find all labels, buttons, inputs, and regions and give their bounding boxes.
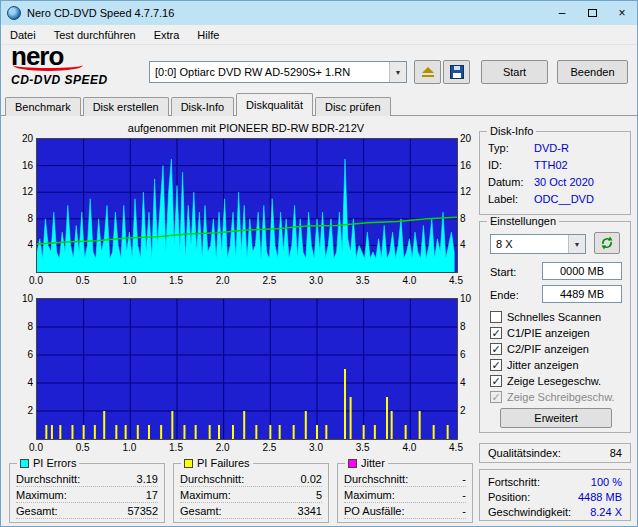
quit-button[interactable]: Beenden: [557, 60, 628, 84]
stats-title: Jitter: [361, 457, 385, 469]
eject-button[interactable]: [414, 60, 441, 84]
progress-panel: Fortschritt:100 % Position:4488 MB Gesch…: [479, 469, 631, 521]
tab-disk-erstellen[interactable]: Disk erstellen: [83, 97, 169, 116]
axis-tick-label: 10: [460, 293, 486, 304]
titlebar[interactable]: Nero CD-DVD Speed 4.7.7.16 – ×: [1, 1, 637, 25]
checkbox-jitter[interactable]: ✓ Jitter anzeigen: [490, 358, 579, 372]
nero-logo-text: nero: [11, 46, 141, 66]
stats-title: PI Failures: [197, 457, 250, 469]
close-icon: ×: [618, 6, 625, 20]
stat-label: Maximum:: [16, 489, 67, 501]
menu-item-extra[interactable]: Extra: [145, 25, 189, 44]
tab-disk-info[interactable]: Disk-Info: [171, 97, 234, 116]
axis-tick-label: 2.5: [262, 275, 276, 286]
stat-value: 3.19: [137, 473, 158, 485]
start-position-label: Start:: [490, 266, 516, 278]
menu-item-hilfe[interactable]: Hilfe: [188, 25, 228, 44]
axis-tick-label: 4.0: [402, 275, 416, 286]
checkbox-label: Zeige Lesegeschw.: [507, 375, 601, 387]
start-button[interactable]: Start: [481, 60, 548, 84]
checkbox-fast-scan[interactable]: Schnelles Scannen: [490, 310, 601, 324]
tab-diskqualitaet[interactable]: Diskqualität: [236, 93, 313, 116]
end-position-field[interactable]: 4489 MB: [542, 285, 622, 303]
disk-info-panel: Disk-Info Typ:DVD-R ID:TTH02 Datum:30 Oc…: [479, 131, 631, 215]
eject-icon: [421, 66, 435, 78]
checkbox-label: Jitter anzeigen: [507, 359, 579, 371]
axis-tick-label: 3.5: [356, 275, 370, 286]
axis-tick-label: 16: [460, 160, 486, 171]
checkbox-box: ✓: [490, 375, 502, 387]
axis-tick-label: 3.5: [356, 442, 370, 453]
jitter-swatch: [348, 459, 357, 468]
checkbox-box: ✓: [490, 327, 502, 339]
save-icon: [450, 65, 464, 79]
drive-select-value: [0:0] Optiarc DVD RW AD-5290S+ 1.RN: [150, 66, 389, 78]
axis-tick-label: 10: [7, 293, 33, 304]
disk-info-panel-title: Disk-Info: [487, 125, 536, 137]
refresh-button[interactable]: [594, 232, 620, 254]
stat-value: -: [462, 505, 466, 517]
axis-tick-label: 12: [460, 186, 486, 197]
checkbox-show-read-speed[interactable]: ✓ Zeige Lesegeschw.: [490, 374, 601, 388]
axis-tick-label: 2: [7, 405, 33, 416]
checkbox-show-write-speed[interactable]: ✓ Zeige Schreibgeschw.: [490, 390, 615, 404]
save-button[interactable]: [443, 60, 470, 84]
window-controls: – ×: [547, 1, 637, 25]
app-icon: [7, 6, 21, 20]
stat-label: Durchschnitt:: [344, 473, 408, 485]
axis-tick-label: 12: [7, 186, 33, 197]
progress-value: 100 %: [591, 476, 622, 488]
disk-info-label: ID:: [488, 159, 534, 171]
quality-index-label: Qualitätsindex:: [488, 447, 561, 459]
tab-disc-pruefen[interactable]: Disc prüfen: [315, 97, 391, 116]
axis-tick-label: 2.0: [216, 275, 230, 286]
checkbox-box: [490, 311, 502, 323]
chart-header: aufgenommen mit PIONEER BD-RW BDR-212V: [41, 122, 451, 134]
disk-info-value: 30 Oct 2020: [534, 176, 594, 188]
axis-tick-label: 8: [7, 213, 33, 224]
axis-tick-label: 4: [460, 239, 486, 250]
axis-tick-label: 4.5: [449, 275, 463, 286]
axis-tick-label: 3.0: [309, 275, 323, 286]
menubar: Datei Test durchführen Extra Hilfe: [1, 25, 637, 45]
axis-tick-label: 8: [460, 213, 486, 224]
checkbox-c1-pie[interactable]: ✓ C1/PIE anzeigen: [490, 326, 590, 340]
start-position-field[interactable]: 0000 MB: [542, 262, 622, 280]
checkbox-c2-pif[interactable]: ✓ C2/PIF anzeigen: [490, 342, 589, 356]
axis-tick-label: 0.5: [76, 275, 90, 286]
position-label: Position:: [488, 491, 530, 503]
axis-tick-label: 2.0: [216, 442, 230, 453]
speed-label: Geschwindigkeit:: [488, 506, 571, 518]
advanced-button[interactable]: Erweitert: [500, 408, 612, 428]
speed-value: 8.24 X: [590, 506, 622, 518]
stat-value: 0.02: [301, 473, 322, 485]
checkbox-label: C2/PIF anzeigen: [507, 343, 589, 355]
tab-bar: Benchmark Disk erstellen Disk-Info Diskq…: [5, 94, 393, 116]
axis-tick-label: 2: [460, 405, 486, 416]
axis-tick-label: 20: [7, 133, 33, 144]
progress-label: Fortschritt:: [488, 476, 540, 488]
tab-benchmark[interactable]: Benchmark: [5, 97, 81, 116]
drive-select[interactable]: [0:0] Optiarc DVD RW AD-5290S+ 1.RN ▼: [149, 61, 407, 83]
chevron-down-icon: ▼: [389, 62, 406, 82]
window-title: Nero CD-DVD Speed 4.7.7.16: [27, 7, 174, 19]
pi-failures-graph: [37, 299, 457, 439]
minimize-icon: –: [559, 6, 566, 20]
app-window: Nero CD-DVD Speed 4.7.7.16 – × Datei Tes…: [0, 0, 638, 527]
stat-label: Gesamt:: [16, 505, 58, 517]
axis-tick-label: 6: [460, 349, 486, 360]
disk-info-value: TTH02: [534, 159, 568, 171]
maximize-button[interactable]: [577, 1, 607, 25]
minimize-button[interactable]: –: [547, 1, 577, 25]
axis-tick-label: 20: [460, 133, 486, 144]
settings-panel: Einstellungen 8 X ▼ Start: 0000 MB Ende:…: [479, 221, 631, 433]
end-position-label: Ende:: [490, 289, 519, 301]
checkbox-label: Schnelles Scannen: [507, 311, 601, 323]
disk-info-label: Typ:: [488, 142, 534, 154]
checkbox-box: ✓: [490, 391, 502, 403]
stat-label: Maximum:: [344, 489, 395, 501]
speed-select[interactable]: 8 X ▼: [490, 234, 586, 254]
checkbox-label: C1/PIE anzeigen: [507, 327, 590, 339]
close-button[interactable]: ×: [607, 1, 637, 25]
disk-info-label: Datum:: [488, 176, 534, 188]
